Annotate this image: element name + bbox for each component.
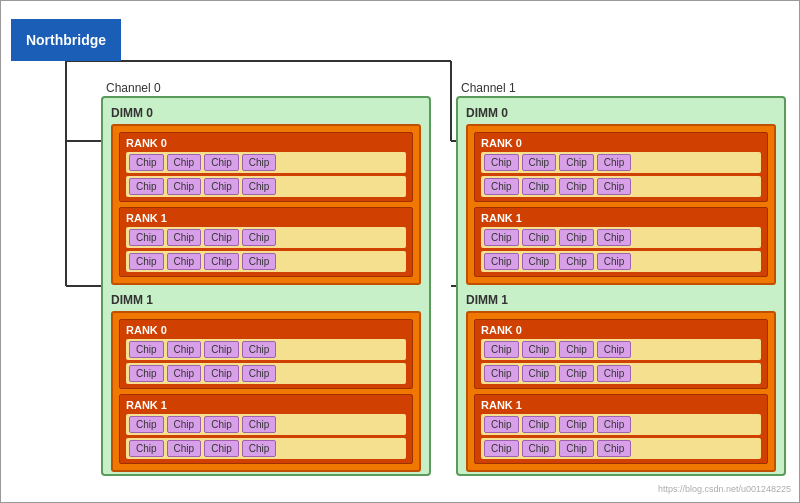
chip: Chip [129, 341, 164, 358]
chip: Chip [167, 229, 202, 246]
chip: Chip [167, 416, 202, 433]
chip: Chip [484, 440, 519, 457]
chip: Chip [597, 365, 632, 382]
ch0-dimm1-rank0-label: RANK 0 [126, 324, 406, 336]
chip: Chip [522, 416, 557, 433]
chip: Chip [242, 178, 277, 195]
ch0-dimm1-rank1-label: RANK 1 [126, 399, 406, 411]
chip: Chip [484, 154, 519, 171]
chip: Chip [167, 178, 202, 195]
chip: Chip [597, 440, 632, 457]
chip: Chip [522, 365, 557, 382]
chip: Chip [484, 229, 519, 246]
ch1-dimm1-rank0: RANK 0 Chip Chip Chip Chip Chip Chip Chi… [474, 319, 768, 389]
chip: Chip [129, 229, 164, 246]
chip: Chip [242, 440, 277, 457]
ch1-dimm0-label: DIMM 0 [466, 106, 776, 120]
ch0-dimm0-rank1: RANK 1 Chip Chip Chip Chip Chip Chip Chi… [119, 207, 413, 277]
ch0-dimm1-block: RANK 0 Chip Chip Chip Chip Chip Chip Chi… [111, 311, 421, 472]
chip: Chip [597, 341, 632, 358]
chip-row: Chip Chip Chip Chip [126, 363, 406, 384]
ch1-dimm1-rank0-label: RANK 0 [481, 324, 761, 336]
watermark: https://blog.csdn.net/u001248225 [658, 484, 791, 494]
chip: Chip [559, 178, 594, 195]
chip: Chip [522, 229, 557, 246]
chip: Chip [129, 365, 164, 382]
chip: Chip [522, 154, 557, 171]
chip: Chip [522, 178, 557, 195]
chip: Chip [129, 440, 164, 457]
chip: Chip [167, 154, 202, 171]
ch0-dimm1-rank1: RANK 1 Chip Chip Chip Chip Chip Chip Chi… [119, 394, 413, 464]
chip-row: Chip Chip Chip Chip [126, 339, 406, 360]
chip: Chip [522, 253, 557, 270]
chip: Chip [204, 416, 239, 433]
chip: Chip [242, 365, 277, 382]
ch1-dimm0-rank0-label: RANK 0 [481, 137, 761, 149]
ch1-dimm1-rank1-label: RANK 1 [481, 399, 761, 411]
chip: Chip [559, 416, 594, 433]
chip-row: Chip Chip Chip Chip [126, 414, 406, 435]
chip: Chip [204, 341, 239, 358]
channel-1-block: DIMM 0 RANK 0 Chip Chip Chip Chip Chip C… [456, 96, 786, 476]
ch1-dimm0-block: RANK 0 Chip Chip Chip Chip Chip Chip Chi… [466, 124, 776, 285]
ch0-dimm1-rank0: RANK 0 Chip Chip Chip Chip Chip Chip Chi… [119, 319, 413, 389]
chip: Chip [129, 416, 164, 433]
chip: Chip [129, 178, 164, 195]
chip-row: Chip Chip Chip Chip [481, 227, 761, 248]
chip-row: Chip Chip Chip Chip [481, 363, 761, 384]
ch1-dimm0-rank1-label: RANK 1 [481, 212, 761, 224]
chip: Chip [597, 229, 632, 246]
chip-row: Chip Chip Chip Chip [481, 251, 761, 272]
chip-row: Chip Chip Chip Chip [126, 176, 406, 197]
ch0-dimm0-rank1-label: RANK 1 [126, 212, 406, 224]
ch0-dimm0-block: RANK 0 Chip Chip Chip Chip Chip Chip Chi… [111, 124, 421, 285]
chip-row: Chip Chip Chip Chip [126, 227, 406, 248]
northbridge-label: Northbridge [26, 32, 106, 48]
chip: Chip [597, 253, 632, 270]
chip-row: Chip Chip Chip Chip [481, 176, 761, 197]
chip: Chip [484, 365, 519, 382]
chip: Chip [204, 253, 239, 270]
chip: Chip [484, 416, 519, 433]
chip: Chip [129, 253, 164, 270]
northbridge-box: Northbridge [11, 19, 121, 61]
chip: Chip [167, 440, 202, 457]
chip: Chip [559, 341, 594, 358]
ch1-dimm0-rank0: RANK 0 Chip Chip Chip Chip Chip Chip Chi… [474, 132, 768, 202]
chip-row: Chip Chip Chip Chip [126, 251, 406, 272]
chip-row: Chip Chip Chip Chip [481, 152, 761, 173]
chip-row: Chip Chip Chip Chip [481, 339, 761, 360]
chip: Chip [597, 416, 632, 433]
ch0-dimm1-label: DIMM 1 [111, 293, 421, 307]
ch1-dimm0-rank1: RANK 1 Chip Chip Chip Chip Chip Chip Chi… [474, 207, 768, 277]
chip-row: Chip Chip Chip Chip [481, 414, 761, 435]
chip: Chip [204, 178, 239, 195]
channel-0-block: DIMM 0 RANK 0 Chip Chip Chip Chip Chip C… [101, 96, 431, 476]
chip-row: Chip Chip Chip Chip [481, 438, 761, 459]
chip: Chip [484, 178, 519, 195]
chip: Chip [597, 178, 632, 195]
chip: Chip [204, 440, 239, 457]
chip: Chip [204, 365, 239, 382]
chip: Chip [242, 229, 277, 246]
chip: Chip [167, 365, 202, 382]
chip: Chip [129, 154, 164, 171]
chip: Chip [242, 154, 277, 171]
chip: Chip [522, 341, 557, 358]
chip: Chip [522, 440, 557, 457]
ch1-dimm1-label: DIMM 1 [466, 293, 776, 307]
chip: Chip [559, 365, 594, 382]
chip: Chip [559, 229, 594, 246]
chip: Chip [559, 154, 594, 171]
chip: Chip [597, 154, 632, 171]
chip: Chip [242, 341, 277, 358]
chip: Chip [242, 253, 277, 270]
ch1-dimm1-rank1: RANK 1 Chip Chip Chip Chip Chip Chip Chi… [474, 394, 768, 464]
chip-row: Chip Chip Chip Chip [126, 438, 406, 459]
chip: Chip [242, 416, 277, 433]
chip: Chip [167, 253, 202, 270]
chip-row: Chip Chip Chip Chip [126, 152, 406, 173]
ch0-dimm0-label: DIMM 0 [111, 106, 421, 120]
chip: Chip [484, 253, 519, 270]
